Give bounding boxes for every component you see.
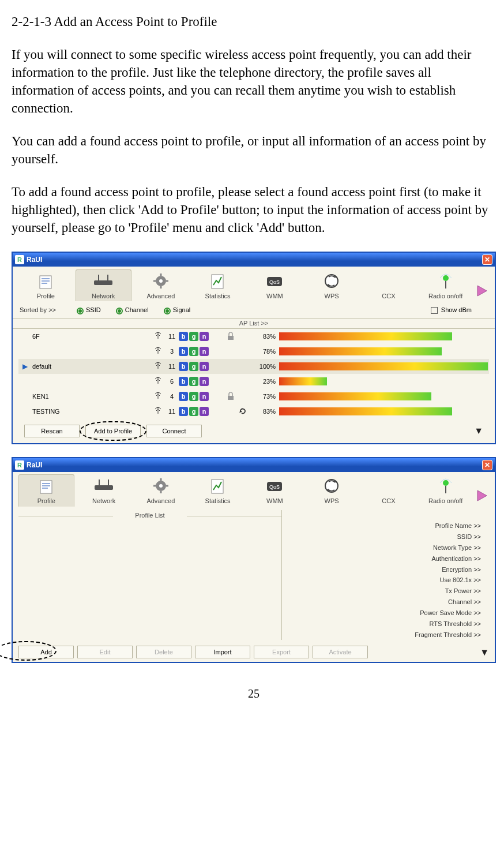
raui-window-network: R RaUI ✕ ProfileNetworkAdvancedStatistic… <box>12 252 496 444</box>
profile-attr-label: Tx Power >> <box>445 587 484 595</box>
svg-point-33 <box>159 484 163 488</box>
tab-advanced[interactable]: Advanced <box>134 270 189 302</box>
sorted-by-label: Sorted by >> <box>20 306 56 314</box>
ap-row[interactable]: 3bgn78% <box>18 344 489 359</box>
arrow-right-icon[interactable] <box>475 487 489 504</box>
tab-profile[interactable]: Profile <box>18 474 74 507</box>
svg-rect-0 <box>40 276 51 289</box>
ap-list-header: AP List >> <box>13 318 495 329</box>
svg-rect-29 <box>95 485 113 490</box>
ap-type-icon <box>151 361 165 372</box>
tab-label: WMM <box>247 496 302 505</box>
ap-row[interactable]: 6F11bgn83% <box>18 329 489 344</box>
page-number: 25 <box>12 686 496 702</box>
tab-icon <box>418 476 473 496</box>
connect-button[interactable]: Connect <box>146 425 202 437</box>
ap-type-icon <box>151 376 165 387</box>
ap-signal-bar <box>279 347 488 355</box>
ap-row[interactable]: ▶default11bgn100% <box>18 359 489 374</box>
svg-point-44 <box>443 480 449 486</box>
mode-badge-n-icon: n <box>200 377 209 386</box>
current-connection-icon: ▶ <box>22 362 28 371</box>
ap-ssid: 6F <box>30 332 151 341</box>
svg-rect-27 <box>42 485 50 486</box>
titlebar: R RaUI ✕ <box>13 253 495 267</box>
tab-statistics[interactable]: Statistics <box>190 475 245 507</box>
tab-radio-on-off[interactable]: Radio on/off <box>418 270 473 302</box>
activate-button[interactable]: Activate <box>313 646 368 658</box>
tab-ccx[interactable]: CCX <box>362 270 416 302</box>
sort-option-signal[interactable]: Signal <box>164 306 191 314</box>
mode-badge-b-icon: b <box>179 377 188 386</box>
tab-wps[interactable]: WPS <box>304 475 359 507</box>
lock-icon <box>227 332 234 340</box>
mode-badge-b-icon: b <box>179 407 188 416</box>
show-dbm-checkbox[interactable]: Show dBm <box>431 306 472 314</box>
tab-label: Radio on/off <box>418 496 473 505</box>
close-button[interactable]: ✕ <box>482 460 492 470</box>
svg-rect-3 <box>42 283 47 284</box>
tab-bar: ProfileNetworkAdvancedStatisticsQoSWMMWP… <box>13 267 495 301</box>
ap-channel: 4 <box>165 392 179 401</box>
profile-attr-label: Profile Name >> <box>435 522 484 530</box>
tab-label: Statistics <box>190 496 245 505</box>
tab-wmm[interactable]: QoSWMM <box>247 475 302 507</box>
tab-wps[interactable]: WPS <box>304 270 359 302</box>
svg-rect-25 <box>40 481 52 493</box>
tab-ccx[interactable]: CCX <box>362 475 416 507</box>
export-button[interactable]: Export <box>254 646 309 658</box>
profile-attr-label: RTS Threshold >> <box>430 620 484 628</box>
tab-icon <box>362 476 416 496</box>
profile-button-row: Add Edit Delete Import Export Activate ▼ <box>13 642 495 662</box>
profile-attr-row: Fragment Threshold >> <box>287 630 484 640</box>
ap-row[interactable]: 6bgn23% <box>18 374 489 389</box>
add-to-profile-button[interactable]: Add to Profile <box>85 425 141 437</box>
ap-channel: 6 <box>165 377 179 386</box>
close-button[interactable]: ✕ <box>482 254 492 265</box>
paragraph-3: To add a found access point to profile, … <box>12 183 496 237</box>
sort-row: Sorted by >> SSID Channel Signal Show dB… <box>18 305 489 316</box>
sort-option-ssid[interactable]: SSID <box>77 306 101 314</box>
tab-icon <box>76 271 131 291</box>
mode-badge-b-icon: b <box>179 332 188 341</box>
ap-row[interactable]: TESTING11bgn83% <box>18 404 489 419</box>
tab-icon <box>18 271 73 291</box>
svg-point-16 <box>325 275 338 287</box>
sort-option-channel[interactable]: Channel <box>116 306 149 314</box>
expand-down-icon[interactable]: ▼ <box>474 425 483 437</box>
tab-profile[interactable]: Profile <box>18 270 73 302</box>
delete-button[interactable]: Delete <box>136 646 191 658</box>
import-button[interactable]: Import <box>195 646 250 658</box>
mode-badge-g-icon: g <box>189 332 198 341</box>
ap-signal-bar <box>279 332 488 340</box>
expand-down-icon[interactable]: ▼ <box>480 646 489 659</box>
arrow-right-icon[interactable] <box>475 282 489 299</box>
ap-signal-bar <box>279 392 488 400</box>
rescan-button[interactable]: Rescan <box>24 425 80 437</box>
tab-label: Radio on/off <box>418 291 473 301</box>
tab-network[interactable]: Network <box>76 269 131 302</box>
window-title: RaUI <box>27 460 42 470</box>
tab-statistics[interactable]: Statistics <box>190 270 245 302</box>
mode-badge-g-icon: g <box>189 362 198 371</box>
tab-icon <box>134 271 189 291</box>
mode-badge-g-icon: g <box>189 377 198 386</box>
edit-button[interactable]: Edit <box>77 646 133 658</box>
paragraph-1: If you will connect to some specific wir… <box>12 46 496 117</box>
profile-attr-label: Channel >> <box>448 598 484 606</box>
ap-row[interactable]: KEN14bgn73% <box>18 389 489 404</box>
tab-label: Network <box>77 496 131 505</box>
profile-attr-label: Power Save Mode >> <box>420 609 484 617</box>
tab-network[interactable]: Network <box>77 475 131 507</box>
profile-attributes: Profile Name >>SSID >>Network Type >>Aut… <box>281 510 489 640</box>
ap-type-icon <box>151 391 165 402</box>
tab-advanced[interactable]: Advanced <box>134 475 189 507</box>
tab-radio-on-off[interactable]: Radio on/off <box>418 475 473 507</box>
tab-label: CCX <box>362 291 416 301</box>
svg-rect-1 <box>42 278 50 279</box>
ap-signal-pct: 23% <box>249 377 279 386</box>
add-button[interactable]: Add <box>18 646 74 658</box>
tab-wmm[interactable]: QoSWMM <box>247 270 302 302</box>
refresh-icon <box>239 407 247 415</box>
profile-attr-label: Network Type >> <box>433 544 484 552</box>
